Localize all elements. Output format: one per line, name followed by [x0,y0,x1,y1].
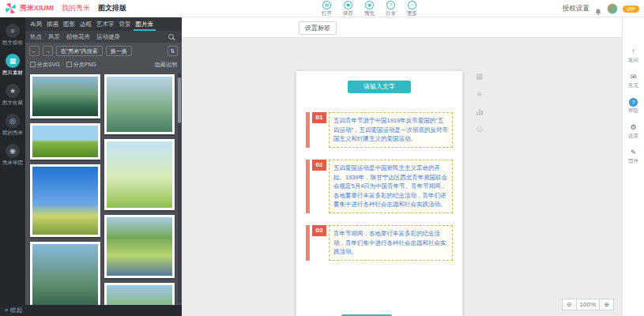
vip-badge[interactable]: VIP [623,6,639,13]
grid-view-icon[interactable]: ▦ [476,73,483,81]
tab-background[interactable]: 背景 [117,17,134,31]
sidebar-item-my-xiumi[interactable]: ◎ 我的秀米 [1,114,24,137]
save-icon: ▣ [344,1,352,9]
sidebar-item-academy[interactable]: ◉ 秀米学院 [1,144,24,167]
tab-illustration[interactable]: 插画 [44,17,61,31]
share-label: 分享 [386,10,396,17]
tab-layout[interactable]: 布局 [28,17,44,31]
save-button[interactable]: ▣ 保存 [337,0,359,17]
nav-layout-tab[interactable]: 图文排版 [98,3,126,13]
photo-thumbnail[interactable] [30,242,100,313]
section-text[interactable]: 青年节期间，各地举行丰富多彩的纪念活动，青年们集中进行各种社会志愿和社会实践活动… [329,225,453,261]
effects-icon[interactable]: ✳ [476,91,483,99]
templates-icon: ≡ [6,24,20,38]
photo-thumbnail[interactable] [30,74,100,118]
sidebar-item-templates[interactable]: ≡ 图文模板 [1,24,24,47]
open-button[interactable]: ▤ 打开 [316,0,337,17]
academy-icon: ◉ [6,144,20,158]
photo-thumbnail[interactable] [104,74,175,134]
filter-png-label: 分类PNG [73,62,96,67]
section-text[interactable]: 五四爱国运动是中国新民主主义革命的开始。1939年，陕甘宁边区西北青年救国联合会… [329,160,453,213]
write-button[interactable]: ✎ 写作 [628,149,638,165]
collapse-panel-button[interactable]: « 收起 [0,305,182,316]
up-arrow-icon: ↑ [631,47,635,56]
zoom-out-button[interactable]: ⊖ [562,299,577,310]
feedback-button[interactable]: ✉ 意见 [628,73,638,89]
zoom-in-button[interactable]: ⊕ [599,299,614,310]
sidebar-item-favorites[interactable]: ★ 图文收藏 [1,84,24,107]
write-label: 写作 [628,158,638,165]
right-rail: ↑ 返回 ✉ 意见 ? 帮助 ⚙ 设置 ✎ 写作 [622,17,644,316]
photo-thumbnail[interactable] [104,139,175,210]
templates-label: 图文模板 [1,40,24,47]
category-scenery[interactable]: 风景 [48,33,60,41]
back-button[interactable]: ← [29,46,40,56]
filter-svg-checkbox[interactable]: 分类SVG [30,61,60,69]
section-01[interactable]: 01 五四青年节源于中国1919年反帝爱国的“五四运动”，五四爱国运动是一次彻底… [306,112,453,148]
tab-borders[interactable]: 边框 [77,17,94,31]
search-icon[interactable] [168,34,174,40]
photo-grid [25,70,182,316]
share-button[interactable]: ↗ 分享 [380,0,401,17]
category-plants[interactable]: 植物花卉 [66,33,90,41]
asset-toolbar: ← → 在“秀米”内搜索 换一换 ⇅ [25,43,182,58]
settings-button[interactable]: ⚙ 设置 [628,123,638,140]
xiumi-logo-icon[interactable] [5,2,17,14]
user-avatar[interactable] [607,3,618,14]
help-icon: ? [629,98,638,107]
section-02[interactable]: 02 五四爱国运动是中国新民主主义革命的开始。1939年，陕甘宁边区西北青年救国… [306,160,453,213]
asset-panel: 布局 插画 图形 边框 艺术字 背景 图片库 热点 风景 植物花卉 运动健身 ←… [25,17,182,316]
photo-column-left [30,74,100,316]
tab-wordart[interactable]: 艺术字 [94,17,117,31]
my-xiumi-icon: ◎ [6,114,20,128]
settings-label: 设置 [628,133,638,140]
tab-image-library[interactable]: 图片库 [134,17,156,31]
my-xiumi-label: 我的秀米 [1,130,24,137]
category-sports[interactable]: 运动健身 [96,33,120,41]
favorites-label: 图文收藏 [1,100,24,107]
help-button[interactable]: ? 帮助 [628,98,638,115]
stats-chart-icon[interactable] [476,109,483,115]
tab-shapes[interactable]: 图形 [61,17,77,31]
forward-button[interactable]: → [43,46,53,56]
filter-png-checkbox[interactable]: 分类PNG [66,61,96,69]
panel-scrollbar-thumb[interactable] [178,77,181,123]
favorites-icon: ★ [6,84,20,98]
sort-button[interactable]: ⇅ [168,46,178,56]
photo-thumbnail[interactable] [30,123,100,160]
zoom-level-value: 100% [576,299,600,310]
topbar-right-group: 授权设置 VIP [563,0,639,17]
asset-categories: 热点 风景 植物花卉 运动健身 [25,31,182,43]
section-text[interactable]: 五四青年节源于中国1919年反帝爱国的“五四运动”，五四爱国运动是一次彻底的反对… [329,112,453,148]
back-to-top-button[interactable]: ↑ 返回 [628,47,638,64]
share-icon: ↗ [386,1,395,9]
shuffle-button[interactable]: 换一换 [106,46,132,56]
image-assets-icon: ▦ [6,54,20,68]
set-tags-button[interactable]: 设置标签 [299,21,337,35]
auth-settings-link[interactable]: 授权设置 [563,4,589,13]
section-03[interactable]: 03 青年节期间，各地举行丰富多彩的纪念活动，青年们集中进行各种社会志愿和社会实… [306,225,453,261]
checkbox-icon [66,62,72,67]
section-number-badge: 02 [312,160,326,171]
text-input-button[interactable]: 请输入文字 [348,81,411,93]
preview-button[interactable]: ◉ 预览 [359,0,380,17]
category-hot[interactable]: 热点 [30,33,42,41]
asset-tabs: 布局 插画 图形 边框 艺术字 背景 图片库 [25,17,182,31]
brand-title: 秀米XIUMI [20,3,54,13]
more-icon: ⋯ [408,1,416,9]
search-scope-filter[interactable]: 在“秀米”内搜索 [56,46,103,56]
nav-my-xiumi[interactable]: 我的秀米 [62,3,90,13]
photo-thumbnail[interactable] [104,215,175,278]
accent-bar [306,160,310,213]
photo-thumbnail[interactable] [30,164,100,237]
canvas-header: 设置标签 [182,17,622,38]
hide-note-toggle[interactable]: 隐藏说明 [155,61,177,69]
page-side-tools: ▦ ✳ ⊙ [476,73,483,134]
more-button[interactable]: ⋯ 更多 [401,0,423,17]
notification-bell-icon[interactable] [594,5,602,13]
open-label: 打开 [322,10,332,17]
help-label: 帮助 [628,107,638,115]
visibility-eye-icon[interactable]: ⊙ [476,126,483,134]
article-page[interactable]: 请输入文字 01 五四青年节源于中国1919年反帝爱国的“五四运动”，五四爱国运… [296,71,462,316]
sidebar-item-image-assets[interactable]: ▦ 图片素材 [1,54,24,77]
